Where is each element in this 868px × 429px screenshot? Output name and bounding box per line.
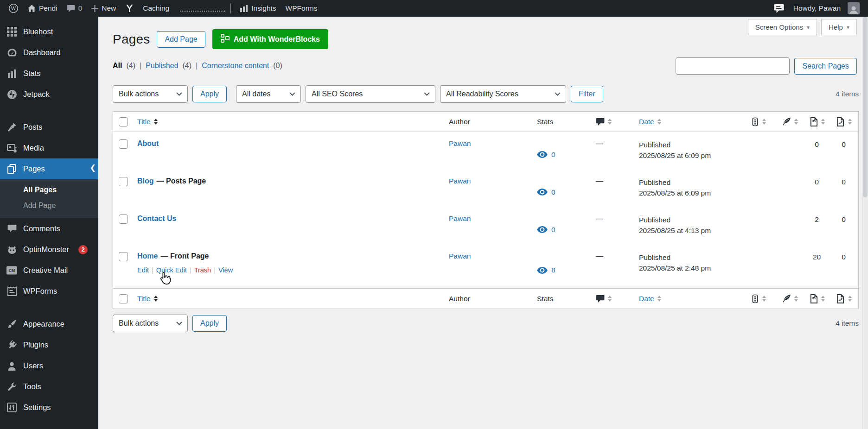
sidebar-item-comments[interactable]: Comments xyxy=(0,218,98,239)
scrollbar-thumb[interactable] xyxy=(863,17,868,197)
column-header-comments[interactable] xyxy=(590,118,639,126)
sidebar-item-wpforms[interactable]: WPForms xyxy=(0,281,98,302)
stats-link[interactable]: 0 xyxy=(537,214,590,245)
new-content-menu[interactable]: New xyxy=(87,0,121,17)
column-header-incoming-links[interactable] xyxy=(804,294,829,303)
author-link[interactable]: Pawan xyxy=(449,214,471,222)
view-link[interactable]: View xyxy=(218,266,233,274)
select-all-checkbox[interactable] xyxy=(119,117,128,126)
wordpress-menu[interactable]: W xyxy=(4,0,23,17)
eye-icon xyxy=(537,151,548,158)
date-value: 2025/08/25 at 4:13 pm xyxy=(639,225,741,236)
sort-arrows-icon xyxy=(762,119,766,125)
wpforms-adminbar-menu[interactable]: WPForms xyxy=(281,0,322,17)
page-title-link[interactable]: Blog xyxy=(137,177,154,185)
author-link[interactable]: Pawan xyxy=(449,139,471,147)
edit-link[interactable]: Edit xyxy=(137,266,149,274)
sidebar-item-posts[interactable]: Posts xyxy=(0,117,98,138)
sidebar-item-dashboard[interactable]: Dashboard xyxy=(0,42,98,63)
dates-filter-value: All dates xyxy=(242,90,270,98)
sidebar-item-settings[interactable]: Settings xyxy=(0,397,98,418)
filter-button[interactable]: Filter xyxy=(571,86,603,102)
column-header-title[interactable]: Title xyxy=(137,295,449,303)
sidebar-item-optinmonster[interactable]: OptinMonster 2 xyxy=(0,239,98,260)
comment-icon xyxy=(6,223,17,234)
column-header-date[interactable]: Date xyxy=(639,118,741,126)
quick-edit-link[interactable]: Quick Edit xyxy=(156,266,187,274)
column-header-comments[interactable] xyxy=(590,295,639,303)
readability-scores-select[interactable]: All Readability Scores xyxy=(440,85,566,103)
bulk-actions-select-bottom[interactable]: Bulk actions xyxy=(113,315,188,332)
view-published-link[interactable]: Published xyxy=(146,62,178,70)
page-title-link[interactable]: Home xyxy=(137,252,158,260)
column-header-readability[interactable] xyxy=(776,117,804,126)
sort-arrows-icon xyxy=(154,296,158,302)
add-page-button[interactable]: Add Page xyxy=(157,31,205,48)
search-input[interactable] xyxy=(676,57,790,75)
author-link[interactable]: Pawan xyxy=(449,252,471,260)
column-header-seo-score[interactable] xyxy=(741,117,776,126)
view-all-link[interactable]: All xyxy=(113,62,122,70)
add-with-wonderblocks-button[interactable]: Add With WonderBlocks xyxy=(212,29,328,49)
status-label: Published xyxy=(639,139,741,150)
column-header-readability[interactable] xyxy=(776,294,804,303)
dashboard-icon xyxy=(6,47,17,58)
author-link[interactable]: Pawan xyxy=(449,177,471,185)
chevron-down-icon xyxy=(176,92,182,96)
collapse-arrow-icon[interactable]: ❮ xyxy=(90,163,96,172)
search-pages-button[interactable]: Search Pages xyxy=(794,58,857,75)
insights-menu[interactable]: Insights xyxy=(236,0,281,17)
chevron-down-icon xyxy=(289,92,295,96)
sort-arrows-icon xyxy=(794,296,798,302)
caching-menu[interactable]: Caching xyxy=(138,0,174,17)
sidebar-item-pages[interactable]: Pages ❮ xyxy=(0,158,98,179)
outgoing-links-count: 0 xyxy=(829,252,858,288)
row-checkbox[interactable] xyxy=(119,252,128,261)
stats-link[interactable]: 0 xyxy=(537,139,590,170)
sidebar-item-appearance[interactable]: Appearance xyxy=(0,314,98,334)
yoast-menu[interactable] xyxy=(121,0,138,17)
row-checkbox[interactable] xyxy=(119,139,128,149)
sort-arrows-icon xyxy=(848,119,852,125)
row-checkbox[interactable] xyxy=(119,214,128,224)
page-title-link[interactable]: Contact Us xyxy=(137,214,176,222)
apply-button[interactable]: Apply xyxy=(192,86,227,102)
sidebar-item-jetpack[interactable]: Jetpack xyxy=(0,84,98,105)
select-all-checkbox[interactable] xyxy=(119,294,128,303)
sidebar-item-users[interactable]: Users xyxy=(0,355,98,376)
sidebar-item-stats[interactable]: Stats xyxy=(0,63,98,84)
submenu-item-add-page[interactable]: Add Page xyxy=(0,198,98,214)
column-header-incoming-links[interactable] xyxy=(804,117,829,126)
dates-filter-select[interactable]: All dates xyxy=(236,85,301,103)
row-checkbox[interactable] xyxy=(119,177,128,186)
howdy-label: Howdy, Pawan xyxy=(793,4,841,13)
sort-arrows-icon xyxy=(762,296,766,302)
site-name-menu[interactable]: Pendi xyxy=(23,0,62,17)
grid-icon xyxy=(6,26,17,37)
submenu-item-all-pages[interactable]: All Pages xyxy=(0,182,98,198)
view-cornerstone-link[interactable]: Cornerstone content xyxy=(202,62,269,70)
apply-button-bottom[interactable]: Apply xyxy=(192,315,227,332)
column-header-outgoing-links[interactable] xyxy=(829,117,858,126)
adminbar-comments[interactable]: 0 xyxy=(62,0,87,17)
bulk-actions-select[interactable]: Bulk actions xyxy=(113,85,188,103)
sidebar-item-creative-mail[interactable]: CM Creative Mail xyxy=(0,260,98,281)
column-header-title[interactable]: Title xyxy=(137,118,449,126)
feedback-menu[interactable] xyxy=(769,0,789,17)
sidebar-item-tools[interactable]: Tools xyxy=(0,376,98,397)
screen-options-button[interactable]: Screen Options ▾ xyxy=(748,19,817,35)
column-header-date[interactable]: Date xyxy=(639,295,741,303)
sidebar-item-bluehost[interactable]: Bluehost xyxy=(0,21,98,42)
column-header-seo-score[interactable] xyxy=(741,294,776,303)
seo-scores-select[interactable]: All SEO Scores xyxy=(306,85,435,103)
stats-link[interactable]: 0 xyxy=(537,177,590,207)
sidebar-item-plugins[interactable]: Plugins xyxy=(0,334,98,355)
help-button[interactable]: Help ▾ xyxy=(821,19,857,35)
scrollbar-track[interactable] xyxy=(862,17,868,429)
page-title-link[interactable]: About xyxy=(137,139,159,147)
stats-link[interactable]: 8 xyxy=(537,252,590,288)
sidebar-item-media[interactable]: Media xyxy=(0,138,98,158)
trash-link[interactable]: Trash xyxy=(194,266,211,274)
column-header-outgoing-links[interactable] xyxy=(829,294,858,303)
my-account-menu[interactable]: Howdy, Pawan xyxy=(789,0,864,17)
